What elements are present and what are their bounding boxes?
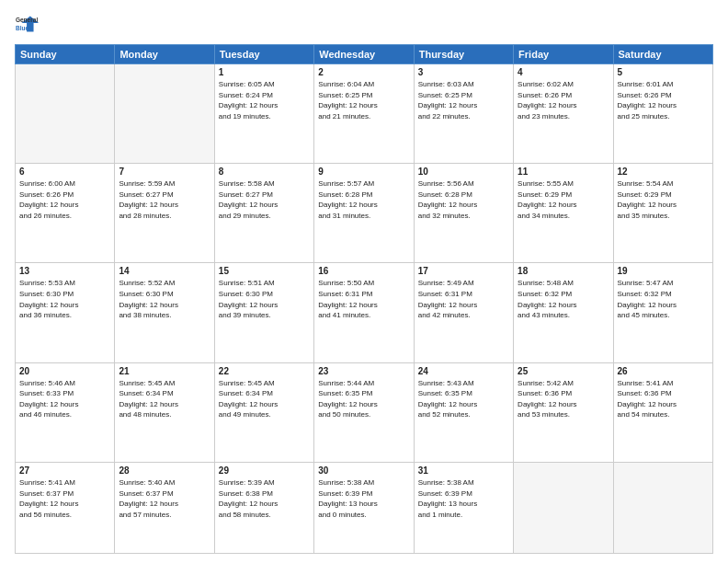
- calendar-cell: 17Sunrise: 5:49 AM Sunset: 6:31 PM Dayli…: [414, 263, 513, 362]
- day-info: Sunrise: 5:57 AM Sunset: 6:28 PM Dayligh…: [318, 178, 409, 221]
- day-info: Sunrise: 5:40 AM Sunset: 6:37 PM Dayligh…: [119, 477, 210, 520]
- svg-text:Blue: Blue: [16, 25, 28, 31]
- day-info: Sunrise: 5:49 AM Sunset: 6:31 PM Dayligh…: [418, 278, 509, 320]
- header-cell-tuesday: Tuesday: [214, 45, 313, 64]
- calendar-cell: 7Sunrise: 5:59 AM Sunset: 6:27 PM Daylig…: [115, 164, 214, 263]
- calendar-cell: 8Sunrise: 5:58 AM Sunset: 6:27 PM Daylig…: [214, 164, 313, 263]
- day-info: Sunrise: 5:54 AM Sunset: 6:29 PM Dayligh…: [618, 178, 709, 221]
- day-number: 14: [119, 266, 210, 276]
- header-cell-monday: Monday: [115, 45, 214, 64]
- calendar-week-2: 6Sunrise: 6:00 AM Sunset: 6:26 PM Daylig…: [16, 164, 713, 263]
- day-info: Sunrise: 5:47 AM Sunset: 6:32 PM Dayligh…: [618, 278, 709, 320]
- day-info: Sunrise: 5:45 AM Sunset: 6:34 PM Dayligh…: [119, 378, 210, 420]
- day-info: Sunrise: 5:46 AM Sunset: 6:33 PM Dayligh…: [19, 378, 110, 420]
- day-number: 12: [618, 167, 709, 177]
- day-number: 3: [418, 67, 509, 77]
- calendar-cell: 27Sunrise: 5:41 AM Sunset: 6:37 PM Dayli…: [16, 462, 115, 553]
- day-number: 19: [618, 266, 709, 276]
- day-info: Sunrise: 5:58 AM Sunset: 6:27 PM Dayligh…: [219, 178, 310, 221]
- day-number: 30: [318, 465, 409, 476]
- day-number: 18: [518, 266, 609, 276]
- day-info: Sunrise: 5:38 AM Sunset: 6:39 PM Dayligh…: [418, 477, 509, 520]
- day-number: 28: [119, 465, 210, 476]
- day-number: 21: [119, 366, 210, 376]
- calendar-cell: 10Sunrise: 5:56 AM Sunset: 6:28 PM Dayli…: [414, 164, 513, 263]
- calendar-cell: 11Sunrise: 5:55 AM Sunset: 6:29 PM Dayli…: [514, 164, 613, 263]
- calendar-cell: 1Sunrise: 6:05 AM Sunset: 6:24 PM Daylig…: [214, 64, 313, 164]
- day-info: Sunrise: 5:45 AM Sunset: 6:34 PM Dayligh…: [219, 378, 310, 420]
- day-number: 9: [318, 167, 409, 177]
- day-number: 24: [418, 366, 509, 376]
- calendar-cell: 26Sunrise: 5:41 AM Sunset: 6:36 PM Dayli…: [613, 362, 712, 462]
- day-number: 22: [219, 366, 310, 376]
- day-number: 8: [219, 167, 310, 177]
- calendar-cell: 25Sunrise: 5:42 AM Sunset: 6:36 PM Dayli…: [514, 362, 613, 462]
- calendar-cell: 19Sunrise: 5:47 AM Sunset: 6:32 PM Dayli…: [613, 263, 712, 362]
- day-info: Sunrise: 5:43 AM Sunset: 6:35 PM Dayligh…: [418, 378, 509, 420]
- day-number: 25: [518, 366, 609, 376]
- logo-icon: General Blue: [15, 11, 40, 37]
- calendar-body: 1Sunrise: 6:05 AM Sunset: 6:24 PM Daylig…: [16, 64, 713, 554]
- calendar-cell: 14Sunrise: 5:52 AM Sunset: 6:30 PM Dayli…: [115, 263, 214, 362]
- day-number: 5: [618, 67, 709, 77]
- calendar-cell: [514, 462, 613, 553]
- svg-text:General: General: [16, 17, 38, 23]
- day-number: 1: [219, 67, 310, 77]
- header-cell-saturday: Saturday: [613, 45, 712, 64]
- day-number: 16: [318, 266, 409, 276]
- calendar-cell: 12Sunrise: 5:54 AM Sunset: 6:29 PM Dayli…: [613, 164, 712, 263]
- day-number: 17: [418, 266, 509, 276]
- day-number: 29: [219, 465, 310, 476]
- calendar-cell: 20Sunrise: 5:46 AM Sunset: 6:33 PM Dayli…: [16, 362, 115, 462]
- day-info: Sunrise: 6:01 AM Sunset: 6:26 PM Dayligh…: [618, 79, 709, 121]
- day-number: 20: [19, 366, 110, 376]
- day-info: Sunrise: 5:51 AM Sunset: 6:30 PM Dayligh…: [219, 278, 310, 320]
- day-info: Sunrise: 5:52 AM Sunset: 6:30 PM Dayligh…: [119, 278, 210, 320]
- calendar-cell: 24Sunrise: 5:43 AM Sunset: 6:35 PM Dayli…: [414, 362, 513, 462]
- day-number: 6: [19, 167, 110, 177]
- header: General Blue: [15, 11, 713, 37]
- day-info: Sunrise: 5:41 AM Sunset: 6:37 PM Dayligh…: [19, 477, 110, 520]
- day-info: Sunrise: 5:50 AM Sunset: 6:31 PM Dayligh…: [318, 278, 409, 320]
- header-row: SundayMondayTuesdayWednesdayThursdayFrid…: [16, 45, 713, 64]
- calendar-week-4: 20Sunrise: 5:46 AM Sunset: 6:33 PM Dayli…: [16, 362, 713, 462]
- logo: General Blue: [15, 11, 44, 37]
- day-info: Sunrise: 5:39 AM Sunset: 6:38 PM Dayligh…: [219, 477, 310, 520]
- calendar-cell: 9Sunrise: 5:57 AM Sunset: 6:28 PM Daylig…: [314, 164, 414, 263]
- calendar-cell: [16, 64, 115, 164]
- calendar-cell: 6Sunrise: 6:00 AM Sunset: 6:26 PM Daylig…: [16, 164, 115, 263]
- calendar-cell: 2Sunrise: 6:04 AM Sunset: 6:25 PM Daylig…: [314, 64, 414, 164]
- calendar-cell: 22Sunrise: 5:45 AM Sunset: 6:34 PM Dayli…: [214, 362, 313, 462]
- calendar-cell: [115, 64, 214, 164]
- calendar-cell: 31Sunrise: 5:38 AM Sunset: 6:39 PM Dayli…: [414, 462, 513, 553]
- calendar-cell: 16Sunrise: 5:50 AM Sunset: 6:31 PM Dayli…: [314, 263, 414, 362]
- day-number: 10: [418, 167, 509, 177]
- day-info: Sunrise: 6:05 AM Sunset: 6:24 PM Dayligh…: [219, 79, 310, 121]
- day-number: 13: [19, 266, 110, 276]
- calendar-header: SundayMondayTuesdayWednesdayThursdayFrid…: [16, 45, 713, 64]
- header-cell-thursday: Thursday: [414, 45, 513, 64]
- calendar-cell: 29Sunrise: 5:39 AM Sunset: 6:38 PM Dayli…: [214, 462, 313, 553]
- day-info: Sunrise: 6:03 AM Sunset: 6:25 PM Dayligh…: [418, 79, 509, 121]
- calendar-cell: 5Sunrise: 6:01 AM Sunset: 6:26 PM Daylig…: [613, 64, 712, 164]
- day-number: 7: [119, 167, 210, 177]
- day-info: Sunrise: 6:02 AM Sunset: 6:26 PM Dayligh…: [518, 79, 609, 121]
- day-info: Sunrise: 5:59 AM Sunset: 6:27 PM Dayligh…: [119, 178, 210, 221]
- day-info: Sunrise: 5:56 AM Sunset: 6:28 PM Dayligh…: [418, 178, 509, 221]
- calendar-cell: 23Sunrise: 5:44 AM Sunset: 6:35 PM Dayli…: [314, 362, 414, 462]
- calendar-week-3: 13Sunrise: 5:53 AM Sunset: 6:30 PM Dayli…: [16, 263, 713, 362]
- calendar-table: SundayMondayTuesdayWednesdayThursdayFrid…: [15, 44, 713, 554]
- calendar-cell: 18Sunrise: 5:48 AM Sunset: 6:32 PM Dayli…: [514, 263, 613, 362]
- day-info: Sunrise: 6:04 AM Sunset: 6:25 PM Dayligh…: [318, 79, 409, 121]
- calendar-cell: 15Sunrise: 5:51 AM Sunset: 6:30 PM Dayli…: [214, 263, 313, 362]
- day-info: Sunrise: 5:42 AM Sunset: 6:36 PM Dayligh…: [518, 378, 609, 420]
- day-number: 15: [219, 266, 310, 276]
- day-info: Sunrise: 5:55 AM Sunset: 6:29 PM Dayligh…: [518, 178, 609, 221]
- calendar-cell: 3Sunrise: 6:03 AM Sunset: 6:25 PM Daylig…: [414, 64, 513, 164]
- header-cell-sunday: Sunday: [16, 45, 115, 64]
- day-number: 31: [418, 465, 509, 476]
- day-info: Sunrise: 5:53 AM Sunset: 6:30 PM Dayligh…: [19, 278, 110, 320]
- day-number: 4: [518, 67, 609, 77]
- calendar-cell: [613, 462, 712, 553]
- calendar-week-5: 27Sunrise: 5:41 AM Sunset: 6:37 PM Dayli…: [16, 462, 713, 553]
